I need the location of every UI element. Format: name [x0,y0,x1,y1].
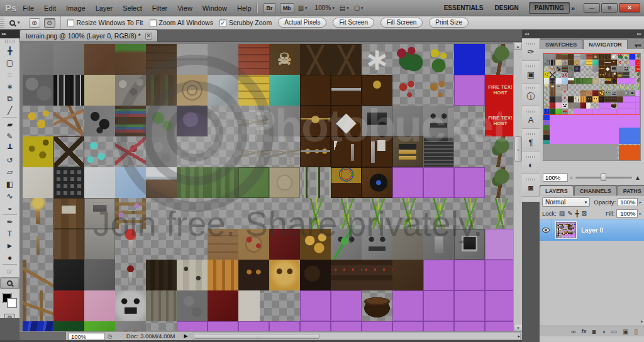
smudge-tool[interactable]: ∿ [0,190,19,202]
menu-help[interactable]: Help [237,4,252,12]
navigator-slider-thumb[interactable] [601,174,606,181]
clone-stamp-tool[interactable]: ┻ [0,142,19,154]
screen-mode-icon[interactable]: ▢ [354,4,360,11]
new-layer-icon[interactable]: ▣ [623,328,628,335]
workspace-essentials[interactable]: ESSENTIALS [443,3,485,13]
workspace-painting[interactable]: PAINTING [529,2,570,14]
dodge-tool[interactable]: ◒ [0,202,19,214]
character-panel[interactable]: A [522,106,540,129]
visibility-toggle[interactable] [540,219,552,241]
menu-file[interactable]: File [23,4,34,12]
checkbox-resize-windows-to-fit[interactable] [67,19,74,26]
clone-source-panel[interactable]: ▣ [522,61,540,84]
background-color-swatch[interactable] [8,299,16,307]
zoom-in-button[interactable]: ⊕ [29,18,40,28]
tab-close-icon[interactable]: ✕ [145,33,152,40]
fit-screen-button[interactable]: Fit Screen [333,18,374,28]
nav-tab-swatches[interactable]: SWATCHES [540,39,582,49]
canvas[interactable]: ☠╳╳∗FIRE TEX! HOST◆FIRE TEX! HOST [23,44,516,331]
menu-filter[interactable]: Filter [152,4,167,12]
layer-list-scroll-icon[interactable]: ▾ [640,319,643,324]
checkbox-scrubby-zoom[interactable]: ✓ [219,19,226,26]
brush-tool[interactable]: ✎ [0,130,19,142]
close-button[interactable]: ✕ [619,3,640,13]
nav-tab-navigator[interactable]: NAVIGATOR [583,39,628,49]
layers-tab-layers[interactable]: LAYERS [540,185,574,196]
horizontal-scrollbar[interactable]: ⋮⋮⋮ ▸ [192,333,521,340]
layer-thumbnail[interactable]: ☠╳╳∗FIRE TEX! HOST◆FIRE TEX! HOST [556,222,576,238]
status-expand-icon[interactable]: ▶ [184,333,187,339]
scroll-up-icon[interactable]: ▲ [514,42,522,50]
adjustments-panel[interactable]: ◐ [522,152,540,174]
menu-layer[interactable]: Layer [96,4,113,12]
path-selection-tool[interactable]: ► [0,240,19,251]
layer-row[interactable]: ☠╳╳∗FIRE TEX! HOST◆FIRE TEX! HOST Layer … [540,219,644,241]
info-panel[interactable]: ⓘ [522,84,540,106]
navigator-zoom-out-icon[interactable]: ▵ [570,175,573,180]
menu-image[interactable]: Image [66,4,86,12]
lock-position-icon[interactable]: ╋ [575,210,579,217]
fill-field[interactable]: 100% [616,209,638,218]
zoom-level-value[interactable]: 100% [315,4,331,11]
layers-tab-paths[interactable]: PATHS [618,185,644,196]
brush-presets-panel[interactable]: ✑ [522,38,540,61]
opacity-arrow-icon[interactable]: ▸ [639,200,641,205]
bridge-button[interactable]: Br [264,3,276,13]
options-bar-grip[interactable] [0,16,4,29]
checkbox-zoom-all-windows[interactable] [150,19,157,26]
history-brush-tool[interactable]: ↺ [0,154,19,166]
scroll-right-icon[interactable]: ▸ [518,333,520,339]
masks-panel[interactable]: ◙ [522,174,540,197]
arrange-documents-icon[interactable]: ▤ [340,4,345,11]
document-tab[interactable]: terrain.png @ 100% (Layer 0, RGB/8) * ✕ [19,30,158,41]
navigator-zoom-field[interactable]: 100% [543,174,568,182]
tools-panel-collapse[interactable]: ▸▸ [0,30,19,38]
navigator-thumbnail[interactable]: ☠╳╳∗FIRE TEX! HOST◆FIRE TEX! HOST [543,53,641,161]
marquee-tool[interactable]: ▢ [0,57,19,69]
eraser-tool[interactable]: ▱ [0,166,19,178]
view-extras-icon[interactable]: ▥ [298,4,304,11]
tool-preset-caret-icon[interactable]: ▾ [18,20,20,25]
arrange-caret-icon[interactable]: ▾ [347,6,349,11]
eyedropper-tool[interactable]: ╱ [0,104,19,116]
crop-tool[interactable]: ⧉ [0,92,19,104]
pen-tool[interactable]: ✒ [0,216,19,228]
layer-style-icon[interactable]: fx [581,328,586,334]
horizontal-scroll-thumb[interactable]: ⋮⋮⋮ [194,334,319,339]
mini-bridge-button[interactable]: Mb [280,3,294,13]
minimize-button[interactable]: — [584,3,600,13]
lock-pixels-icon[interactable]: ✎ [567,210,572,217]
collapse-dock-icon[interactable]: ▸▸ [637,31,641,36]
lock-transparency-icon[interactable]: ▨ [559,210,565,217]
screen-mode-caret-icon[interactable]: ▾ [361,6,364,11]
zoom-out-button[interactable]: ⊖ [44,18,55,28]
new-adjustment-layer-icon[interactable]: ◑ [602,328,606,335]
workspace-design[interactable]: DESIGN [493,3,519,13]
workspace-overflow-button[interactable]: » [571,4,575,12]
tools-panel-grip[interactable] [4,40,16,43]
nav-panel-menu-icon[interactable]: ▾≡ [635,42,644,49]
restore-button[interactable]: ⧉ [601,3,618,13]
actual-pixels-button[interactable]: Actual Pixels [278,18,326,28]
menu-window[interactable]: Window [203,4,227,12]
view-extras-caret-icon[interactable]: ▾ [305,6,308,11]
navigator-viewbox[interactable] [543,53,640,115]
zoom-tool[interactable] [0,277,19,289]
fill-screen-button[interactable]: Fill Screen [380,18,423,28]
scroll-down-icon[interactable]: ▼ [514,324,522,331]
healing-brush-tool[interactable]: ▰ [0,118,19,130]
quick-selection-tool[interactable]: ∗ [0,80,19,92]
menu-select[interactable]: Select [123,4,142,12]
hand-tool[interactable]: ☞ [0,265,19,277]
link-layers-icon[interactable]: ∞ [571,328,575,335]
vertical-scrollbar[interactable]: ▲ ≡ ▼ [513,42,522,331]
status-zoom-field[interactable]: 100% [69,333,105,340]
navigator-zoom-slider[interactable] [575,177,633,179]
opacity-field[interactable]: 100% [618,198,638,206]
gradient-tool[interactable]: ◧ [0,178,19,190]
expand-strip-icon[interactable]: ◂◂ [525,31,529,36]
shape-tool[interactable]: ● [0,251,19,263]
print-size-button[interactable]: Print Size [429,18,469,28]
paragraph-panel[interactable]: ¶ [522,129,540,152]
fill-arrow-icon[interactable]: ▸ [639,211,641,216]
